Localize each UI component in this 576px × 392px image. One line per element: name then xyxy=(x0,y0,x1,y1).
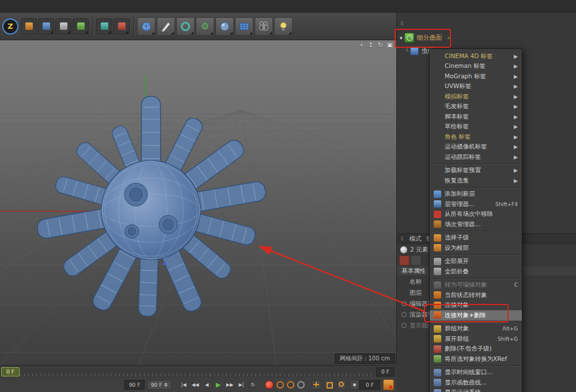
loop-button[interactable]: ↻ xyxy=(248,380,258,390)
context-menu-item[interactable]: 脚本标签 ▶ xyxy=(430,112,522,122)
render-settings-icon[interactable] xyxy=(113,18,130,35)
sphere-glyph xyxy=(219,21,230,32)
context-menu-item[interactable]: 恢复选集 ▶ xyxy=(430,176,522,186)
enabled-check-icon[interactable]: ✓ xyxy=(447,34,452,41)
light-icon[interactable] xyxy=(274,17,293,36)
context-menu-item[interactable]: 运动跟踪标签 ▶ xyxy=(430,152,522,162)
menu-item-icon xyxy=(434,291,441,299)
context-menu-item[interactable]: 连接对象 xyxy=(430,300,522,311)
play-button[interactable]: ▶ xyxy=(213,380,223,390)
end-frame-field[interactable]: 90 F xyxy=(124,380,145,390)
drag-dots-icon[interactable]: ⠿ xyxy=(400,236,404,242)
context-menu-item[interactable]: Cineman 标签 ▶ xyxy=(430,62,522,72)
menu-item-icon xyxy=(434,355,441,363)
menu-item-label: 添加到新层 xyxy=(445,190,514,198)
next-frame-button[interactable]: ▶▶ xyxy=(225,380,235,390)
current-frame-field[interactable]: 0 F xyxy=(376,367,395,376)
context-menu-item[interactable]: 添加到新层 xyxy=(430,189,522,200)
autokey-button[interactable] xyxy=(276,381,284,389)
frame-field[interactable]: 0 F xyxy=(359,380,380,390)
context-menu-item[interactable]: 设为根部 xyxy=(430,243,522,253)
preview-range-field[interactable]: 90 F xyxy=(147,380,172,390)
viewport[interactable]: + ↕ ↻ ▣ 网格间距 : 100 cm xyxy=(0,40,396,366)
record-parameter-toggle[interactable] xyxy=(350,380,359,390)
context-menu-item[interactable]: 删除(不包含子级) xyxy=(430,344,522,355)
generator-icon[interactable]: ⚙ xyxy=(196,17,214,36)
context-menu-item[interactable]: 草绘标签 ▶ xyxy=(430,122,522,132)
snap-palette-icon[interactable] xyxy=(73,18,89,35)
record-position-toggle[interactable] xyxy=(312,380,321,390)
context-menu-item[interactable]: 加载标签预置 ▶ xyxy=(430,166,522,176)
context-menu-item[interactable]: 显示运动系统... xyxy=(430,388,522,392)
keying-options-button[interactable] xyxy=(297,381,305,389)
context-menu-item[interactable]: 全部展开 xyxy=(430,257,522,267)
spinner-icon[interactable] xyxy=(164,383,168,387)
goto-start-button[interactable]: |◀ xyxy=(179,380,189,390)
undo-palette-icon[interactable] xyxy=(38,18,54,35)
camera-glyph xyxy=(258,21,270,32)
drag-dots-icon[interactable]: ⠿ xyxy=(400,21,404,26)
keyframe-dot-icon[interactable] xyxy=(401,312,407,317)
context-menu-item[interactable]: 显示函数曲线... xyxy=(430,378,522,388)
keyframe-dot-icon[interactable] xyxy=(401,301,407,306)
context-menu-item[interactable]: 转为可编辑对象 C xyxy=(430,280,522,291)
camera-icon[interactable] xyxy=(255,17,273,36)
record-rotation-toggle[interactable] xyxy=(337,380,347,390)
context-menu-item[interactable]: UVW标签 ▶ xyxy=(430,82,522,92)
record-scale-toggle[interactable] xyxy=(324,380,334,390)
context-menu-item[interactable]: 当前状态转对象 xyxy=(430,290,522,300)
keyframe-dot-icon[interactable] xyxy=(401,323,407,328)
timeline-ruler[interactable]: 0 F 0 F xyxy=(0,365,396,378)
context-menu-item[interactable]: 场次管理器... xyxy=(430,219,522,230)
goto-end-button[interactable]: ▶| xyxy=(236,380,247,390)
pan-icon[interactable]: + xyxy=(359,41,364,49)
cube-primitive-icon[interactable] xyxy=(137,17,156,36)
am-menu-mode[interactable]: 模式 xyxy=(410,235,422,243)
menu-item-label: 显示运动系统... xyxy=(445,389,514,392)
freehand-spline-icon[interactable] xyxy=(176,17,195,36)
context-menu-item[interactable]: CINEMA 4D 标签 ▶ xyxy=(430,51,522,62)
object-row-subdivision[interactable]: ▾ 细分曲面 ✓ xyxy=(398,32,452,44)
context-menu-item[interactable]: 从所有场次中移除 xyxy=(430,210,522,220)
pen-spline-icon[interactable] xyxy=(157,17,175,36)
context-menu-item[interactable]: 群组对象 Alt+G xyxy=(430,324,522,334)
select-palette-icon[interactable] xyxy=(55,18,71,35)
menu-item-icon xyxy=(434,311,441,319)
context-menu-item[interactable]: 全部折叠 xyxy=(430,267,522,277)
keyframe-selection-button[interactable] xyxy=(287,381,294,389)
attribute-tab[interactable] xyxy=(399,256,410,265)
render-view-icon[interactable] xyxy=(96,18,112,35)
object-manager-menubar: ⠿ xyxy=(400,21,435,26)
context-menu-item[interactable]: 层管理器... Shift+F4 xyxy=(430,199,522,210)
context-menu-item[interactable]: 模拟标签 ▶ xyxy=(430,92,522,102)
import-export-icon[interactable] xyxy=(21,18,37,35)
record-keyframe-button[interactable] xyxy=(265,380,274,389)
prev-key-button[interactable]: ◀◀ xyxy=(190,380,200,390)
view-layout-icon[interactable]: ▣ xyxy=(387,41,393,49)
expand-caret-icon[interactable]: ▾ xyxy=(400,35,403,41)
menu-item-icon xyxy=(434,83,441,90)
goz-icon[interactable]: Z xyxy=(2,18,18,35)
context-menu-item[interactable]: 显示时间线窗口... xyxy=(430,368,522,378)
context-menu-item[interactable]: 角色 标签 ▶ xyxy=(430,132,522,142)
object-name[interactable]: 细分曲面 xyxy=(417,33,442,42)
zoom-icon[interactable]: ↕ xyxy=(368,41,373,49)
menu-item-shortcut: ▶ xyxy=(514,83,518,89)
context-menu-item[interactable]: 连接对象+删除 xyxy=(430,310,522,321)
context-menu-item[interactable]: 将所选对象转换为XRef xyxy=(430,354,522,364)
rotate-icon[interactable]: ↻ xyxy=(377,41,382,49)
timeline-options-icon[interactable] xyxy=(383,379,394,390)
attribute-tab[interactable] xyxy=(411,256,421,265)
select-glyph xyxy=(60,22,67,30)
context-menu-item[interactable]: MoGraph 标签 ▶ xyxy=(430,71,522,82)
menu-item-icon xyxy=(434,63,441,70)
timeline-playhead[interactable]: 0 F xyxy=(1,367,20,376)
context-menu-item[interactable]: 毛发标签 ▶ xyxy=(430,102,522,112)
context-menu-item[interactable]: 运动摄像机标签 ▶ xyxy=(430,142,522,153)
plane-icon[interactable] xyxy=(235,17,253,36)
context-menu-item[interactable]: 选择子级 xyxy=(430,233,522,243)
menu-item-shortcut: ▶ xyxy=(514,54,518,59)
context-menu-item[interactable]: 展开群组 Shift+G xyxy=(430,334,522,344)
prev-frame-button[interactable]: ◀ xyxy=(202,380,212,390)
metaball-icon[interactable] xyxy=(215,17,234,36)
